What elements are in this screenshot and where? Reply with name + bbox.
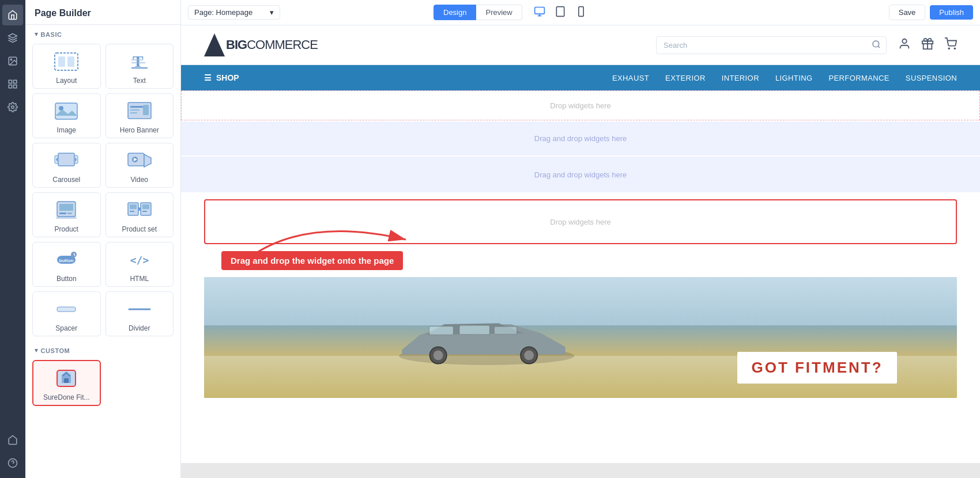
svg-rect-72 bbox=[429, 326, 453, 335]
custom-section-label: ▾ CUSTOM bbox=[25, 341, 180, 358]
sidebar-icon-image[interactable] bbox=[2, 51, 23, 71]
svg-rect-21 bbox=[130, 109, 140, 111]
svg-rect-34 bbox=[59, 204, 73, 211]
logo-triangle-icon bbox=[204, 33, 225, 56]
widget-spacer[interactable]: Spacer bbox=[32, 291, 101, 336]
svg-rect-36 bbox=[67, 213, 72, 214]
top-bar: Page: Homepage ▾ Design Preview Save Pub… bbox=[181, 0, 980, 25]
main-area: Page: Homepage ▾ Design Preview Save Pub… bbox=[181, 0, 980, 478]
drop-zone-active[interactable]: Drop widgets here bbox=[204, 199, 957, 244]
mobile-btn[interactable] bbox=[573, 3, 589, 22]
drop-zone-3[interactable]: Drag and drop widgets here bbox=[181, 157, 980, 192]
svg-rect-12 bbox=[67, 56, 74, 67]
html-label: HTML bbox=[130, 275, 149, 283]
svg-point-2 bbox=[10, 59, 12, 60]
page-preview: BIGCOMMERCE bbox=[181, 25, 980, 463]
suredone-label: SureDone Fit... bbox=[43, 393, 90, 401]
spacer-icon bbox=[52, 298, 80, 321]
user-icon[interactable] bbox=[898, 37, 911, 53]
page-selector[interactable]: Page: Homepage ▾ bbox=[188, 5, 280, 20]
divider-icon bbox=[126, 298, 153, 321]
sidebar-icon-layers[interactable] bbox=[2, 28, 23, 48]
sidebar-icon-help[interactable] bbox=[2, 453, 23, 473]
svg-rect-73 bbox=[459, 325, 489, 334]
widget-suredone[interactable]: SureDone Fit... bbox=[32, 360, 101, 406]
nav-link-performance[interactable]: PERFORMANCE bbox=[828, 74, 889, 82]
basic-caret-icon: ▾ bbox=[35, 31, 39, 38]
top-right-actions: Save Publish bbox=[889, 5, 973, 20]
nav-link-exhaust[interactable]: EXHAUST bbox=[612, 74, 649, 82]
svg-rect-17 bbox=[55, 103, 77, 119]
carousel-label: Carousel bbox=[52, 176, 80, 184]
active-zone-container: Drop widgets here Drag and drop the widg… bbox=[181, 199, 980, 270]
widget-image[interactable]: Image bbox=[32, 93, 101, 138]
image-icon bbox=[52, 100, 80, 123]
svg-rect-24 bbox=[58, 153, 74, 166]
widget-divider[interactable]: Divider bbox=[105, 291, 174, 336]
video-label: Video bbox=[131, 176, 148, 184]
nav-link-lighting[interactable]: LIGHTING bbox=[775, 74, 813, 82]
button-label: Button bbox=[56, 275, 77, 283]
canvas: BIGCOMMERCE bbox=[181, 25, 980, 478]
svg-point-65 bbox=[902, 39, 906, 43]
widget-layout[interactable]: Layout bbox=[32, 44, 101, 89]
svg-text:</>: </> bbox=[130, 254, 149, 266]
sidebar-icon-store[interactable] bbox=[2, 430, 23, 450]
widget-video[interactable]: Video bbox=[105, 143, 174, 188]
cart-icon[interactable] bbox=[944, 37, 957, 53]
sidebar-icon-home[interactable] bbox=[2, 5, 23, 25]
widget-panel: Page Builder ▾ BASIC Layout T bbox=[25, 0, 181, 478]
store-header: BIGCOMMERCE bbox=[181, 25, 980, 65]
desktop-btn[interactable] bbox=[532, 3, 548, 22]
search-wrapper bbox=[656, 36, 887, 54]
sidebar-icon-widgets[interactable] bbox=[2, 74, 23, 94]
design-btn[interactable]: Design bbox=[434, 5, 476, 20]
gift-icon[interactable] bbox=[921, 37, 934, 53]
svg-marker-62 bbox=[204, 33, 225, 56]
svg-rect-22 bbox=[130, 112, 137, 113]
search-input[interactable] bbox=[656, 36, 887, 54]
svg-rect-42 bbox=[142, 204, 149, 209]
widget-carousel[interactable]: Carousel bbox=[32, 143, 101, 188]
svg-point-7 bbox=[12, 106, 14, 109]
widget-html[interactable]: </> HTML bbox=[105, 242, 174, 287]
nav-shop[interactable]: ☰ SHOP bbox=[204, 73, 239, 82]
svg-point-78 bbox=[524, 350, 534, 360]
widget-panel-title: Page Builder bbox=[25, 0, 180, 25]
annotation-text: Drag and drop the widget onto the page bbox=[221, 251, 403, 270]
svg-rect-55 bbox=[534, 7, 544, 14]
svg-point-76 bbox=[433, 350, 443, 360]
svg-rect-20 bbox=[130, 106, 144, 108]
icon-sidebar bbox=[0, 0, 25, 478]
logo-area: BIGCOMMERCE bbox=[204, 33, 318, 56]
layout-icon bbox=[52, 50, 80, 73]
tablet-btn[interactable] bbox=[552, 3, 568, 22]
svg-rect-74 bbox=[494, 327, 517, 334]
suredone-icon bbox=[52, 367, 80, 390]
widget-text[interactable]: T Text bbox=[105, 44, 174, 89]
nav-link-suspension[interactable]: SUSPENSION bbox=[906, 74, 957, 82]
widget-product[interactable]: Product bbox=[32, 192, 101, 237]
widget-hero-banner[interactable]: Hero Banner bbox=[105, 93, 174, 138]
nav-link-exterior[interactable]: EXTERIOR bbox=[665, 74, 706, 82]
widget-button[interactable]: button Button bbox=[32, 242, 101, 287]
drop-zone-1[interactable]: Drop widgets here bbox=[181, 90, 980, 120]
nav-links: EXHAUST EXTERIOR INTERIOR LIGHTING PERFO… bbox=[612, 74, 957, 82]
sidebar-icon-settings[interactable] bbox=[2, 97, 23, 117]
widget-product-set[interactable]: Product set bbox=[105, 192, 174, 237]
product-label: Product bbox=[55, 225, 78, 233]
svg-rect-54 bbox=[64, 378, 69, 383]
save-button[interactable]: Save bbox=[889, 5, 926, 20]
text-label: Text bbox=[133, 77, 146, 85]
nav-link-interior[interactable]: INTERIOR bbox=[722, 74, 759, 82]
custom-widget-grid: SureDone Fit... bbox=[25, 358, 180, 411]
svg-rect-11 bbox=[58, 56, 65, 67]
svg-rect-51 bbox=[57, 307, 76, 312]
publish-button[interactable]: Publish bbox=[930, 5, 973, 20]
preview-btn[interactable]: Preview bbox=[476, 5, 522, 20]
svg-rect-39 bbox=[130, 204, 137, 209]
carousel-icon bbox=[52, 149, 80, 172]
drop-zone-2[interactable]: Drag and drop widgets here bbox=[181, 122, 980, 155]
svg-point-63 bbox=[873, 41, 879, 47]
html-icon: </> bbox=[126, 248, 153, 271]
